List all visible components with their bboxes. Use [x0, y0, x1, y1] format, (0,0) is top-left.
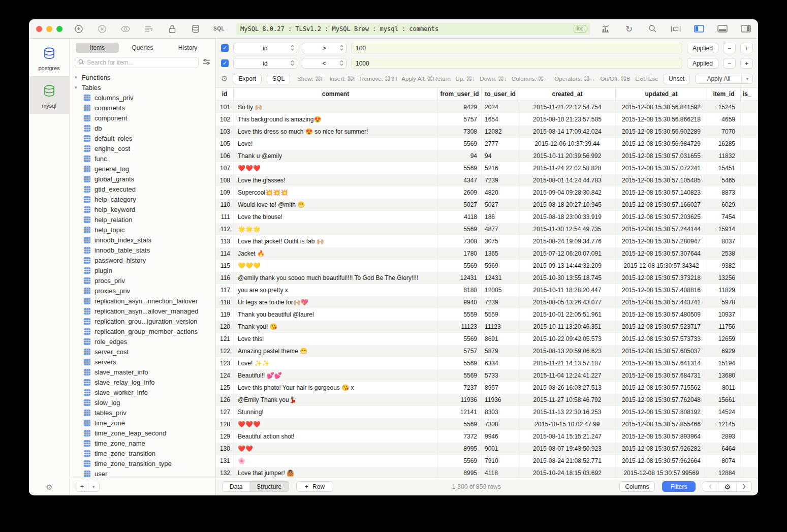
cell-from-user-id[interactable]: 2609	[438, 186, 482, 199]
sidebar-table-item[interactable]: replication_group_member_actions	[70, 326, 215, 336]
column-header-created-at[interactable]: created_at	[519, 88, 616, 101]
cell-comment[interactable]: 🌟🌟🌟	[234, 223, 438, 235]
cell-updated-at[interactable]: 2015-12-08 15:30:56.841592	[616, 101, 707, 113]
cell-to-user-id[interactable]: 11123	[482, 321, 519, 333]
column-header-id[interactable]: id	[216, 88, 234, 101]
sidebar-table-item[interactable]: slave_relay_log_info	[70, 377, 215, 387]
export-button[interactable]: Export	[233, 74, 262, 84]
cell-is[interactable]	[741, 467, 758, 478]
cell-item-id[interactable]: 8011	[707, 382, 741, 394]
sidebar-table-item[interactable]: replication_asyn...nnection_failover	[70, 296, 215, 306]
column-header-to-user-id[interactable]: to_user_id	[482, 88, 519, 101]
tab-history[interactable]: History	[166, 43, 209, 53]
cell-item-id[interactable]: 8074	[707, 455, 741, 467]
cell-updated-at[interactable]: 2015-12-08 15:30:57.573733	[616, 333, 707, 345]
preview-eye-icon[interactable]	[120, 24, 131, 34]
cell-updated-at[interactable]: 2015-12-08 15:30:57.443741	[616, 296, 707, 308]
cell-is[interactable]	[741, 272, 758, 284]
cell-is[interactable]	[741, 223, 758, 235]
cell-comment[interactable]: Amazing pastel theme 😁	[234, 345, 438, 357]
sidebar-table-item[interactable]: replication_asyn...ailover_managed	[70, 306, 215, 316]
sidebar-table-item[interactable]: help_category	[70, 194, 215, 204]
cell-from-user-id[interactable]: 5569	[438, 162, 482, 174]
connection-mysql[interactable]: mysql	[29, 76, 69, 114]
connect-icon[interactable]	[74, 24, 84, 34]
tree-group-functions[interactable]: ▾ Functions	[70, 72, 215, 82]
cell-comment[interactable]: Supercool💥💥💥	[234, 186, 438, 199]
cell-item-id[interactable]: 12884	[707, 467, 741, 478]
cell-from-user-id[interactable]: 1780	[438, 247, 482, 260]
table-row[interactable]: 103 Love this dress so much 😍 so nice fo…	[216, 126, 758, 138]
cell-id[interactable]: 116	[216, 272, 234, 284]
cell-is[interactable]	[741, 101, 758, 113]
cell-from-user-id[interactable]: 4347	[438, 174, 482, 186]
cell-created-at[interactable]: 2015-10-15 10:02:47.99	[519, 418, 616, 430]
cell-id[interactable]: 127	[216, 406, 234, 418]
cell-item-id[interactable]: 14524	[707, 406, 741, 418]
cell-from-user-id[interactable]: 8995	[438, 467, 482, 478]
cell-item-id[interactable]: 15451	[707, 162, 741, 174]
cell-created-at[interactable]: 2015-11-24 22:02:58.828	[519, 162, 616, 174]
cell-updated-at[interactable]: 2015-12-08 15:30:57.684731	[616, 369, 707, 382]
cell-comment[interactable]: Love! ✨✨	[234, 357, 438, 369]
item-search-field[interactable]	[75, 57, 199, 68]
cell-id[interactable]: 129	[216, 430, 234, 443]
cell-updated-at[interactable]: 2015-12-08 15:30:57.926282	[616, 443, 707, 455]
table-row[interactable]: 128 ❤️❤️❤️ 5569 7308 2015-10-15 10:02:47…	[216, 418, 758, 430]
zoom-window-button[interactable]	[56, 26, 62, 32]
cell-item-id[interactable]: 5465	[707, 174, 741, 186]
table-row[interactable]: 117 you are so pretty x 8180 12005 2015-…	[216, 284, 758, 296]
cell-is[interactable]	[741, 382, 758, 394]
cell-updated-at[interactable]: 2015-12-08 15:30:56.866218	[616, 113, 707, 126]
chart-icon[interactable]	[601, 24, 611, 34]
cell-created-at[interactable]: 2015-08-13 20:59:06.623	[519, 345, 616, 357]
cell-updated-at[interactable]: 2015-12-08 15:30:57.715562	[616, 382, 707, 394]
cell-item-id[interactable]: 15914	[707, 223, 741, 235]
cell-comment[interactable]: Thank u @emily	[234, 150, 438, 162]
structure-tab[interactable]: Structure	[249, 482, 289, 491]
cell-comment[interactable]: ❤️❤️	[234, 443, 438, 455]
table-row[interactable]: 109 Supercool💥💥💥 2609 4820 2015-09-04 09…	[216, 186, 758, 199]
cell-id[interactable]: 128	[216, 418, 234, 430]
unset-button[interactable]: Unset	[663, 74, 690, 84]
connection-postgres[interactable]: postgres	[29, 39, 69, 76]
cell-comment[interactable]: you are so pretty x	[234, 284, 438, 296]
cell-created-at[interactable]: 2015-10-30 13:55:18.745	[519, 272, 616, 284]
cell-from-user-id[interactable]: 8180	[438, 284, 482, 296]
table-row[interactable]: 116 @emily thank you soooo much beautifu…	[216, 272, 758, 284]
sidebar-table-item[interactable]: time_zone_name	[70, 438, 215, 448]
cell-item-id[interactable]: 16285	[707, 138, 741, 150]
cell-from-user-id[interactable]: 5569	[438, 333, 482, 345]
cell-updated-at[interactable]: 2015-12-08 15:30:57.166027	[616, 199, 707, 211]
cell-updated-at[interactable]: 2015-12-08 15:30:56.984729	[616, 138, 707, 150]
cell-is[interactable]	[741, 345, 758, 357]
cell-updated-at[interactable]: 2015-12-08 15:30:57.99569	[616, 467, 707, 478]
cell-from-user-id[interactable]: 5569	[438, 138, 482, 150]
cell-from-user-id[interactable]: 94	[438, 150, 482, 162]
sidebar-table-item[interactable]: comments	[70, 103, 215, 113]
apply-all-button[interactable]: Apply All	[696, 74, 741, 83]
sidebar-table-item[interactable]: procs_priv	[70, 275, 215, 286]
cell-comment[interactable]: Love this photo! Your hair is gorgeous 😘…	[234, 382, 438, 394]
sidebar-table-item[interactable]: component	[70, 113, 215, 123]
cell-to-user-id[interactable]: 94	[482, 150, 519, 162]
cell-to-user-id[interactable]: 1654	[482, 113, 519, 126]
table-row[interactable]: 118 Ur legs are to die for🙌🏼💖 9940 7239 …	[216, 296, 758, 308]
cell-updated-at[interactable]: 2015-12-08 15:30:57.855466	[616, 418, 707, 430]
cell-from-user-id[interactable]: 8995	[438, 443, 482, 455]
cell-created-at[interactable]: 2015-08-07 19:43:50.923	[519, 443, 616, 455]
cell-from-user-id[interactable]: 5569	[438, 357, 482, 369]
cell-updated-at[interactable]: 2015-12-08 15:30:57.373218	[616, 272, 707, 284]
cell-comment[interactable]: Love that jumper! 🙆🏽	[234, 467, 438, 478]
cell-item-id[interactable]: 4659	[707, 113, 741, 126]
filter-operator-select[interactable]: >	[302, 43, 347, 53]
column-header-is[interactable]: is_	[741, 88, 758, 101]
column-header-from-user-id[interactable]: from_user_id	[438, 88, 482, 101]
sidebar-table-item[interactable]: plugin	[70, 265, 215, 275]
table-row[interactable]: 102 This background is amazing😍 5757 165…	[216, 113, 758, 126]
cell-is[interactable]	[741, 284, 758, 296]
table-row[interactable]: 110 Would love to! @mith 😬 5027 5027 201…	[216, 199, 758, 211]
cell-updated-at[interactable]: 2015-12-08 15:30:57.523717	[616, 321, 707, 333]
filter-applied-button[interactable]: Applied	[687, 43, 718, 53]
cell-created-at[interactable]: 2015-11-21 22:12:54.754	[519, 101, 616, 113]
